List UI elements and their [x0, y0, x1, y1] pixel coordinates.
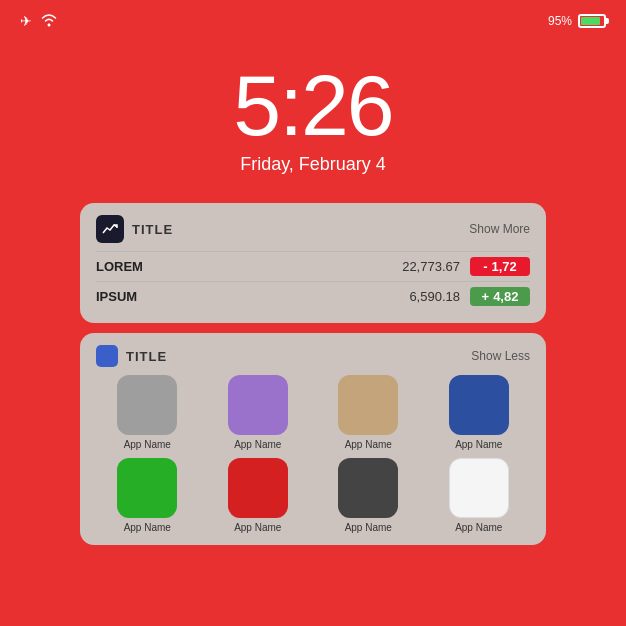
finance-widget: TITLE Show More LOREM 22,773.67 - 1,72 I…	[80, 203, 546, 323]
battery-percent: 95%	[548, 14, 572, 28]
finance-row-ipsum: IPSUM 6,590.18 + 4,82	[96, 281, 530, 311]
app-icon-7	[338, 458, 398, 518]
list-item[interactable]: App Name	[428, 458, 531, 533]
list-item[interactable]: App Name	[317, 375, 420, 450]
app-name-8: App Name	[455, 522, 502, 533]
change-value-2: 4,82	[493, 289, 518, 304]
app-icon-6	[228, 458, 288, 518]
app-icon-8	[449, 458, 509, 518]
finance-widget-title: TITLE	[132, 222, 173, 237]
clock-date: Friday, February 4	[0, 154, 626, 175]
status-bar: ✈ 95%	[0, 0, 626, 32]
change-value-1: 1,72	[492, 259, 517, 274]
apps-widget-header: TITLE Show Less	[96, 345, 530, 367]
apps-title-left: TITLE	[96, 345, 167, 367]
app-icon-3	[338, 375, 398, 435]
app-name-7: App Name	[345, 522, 392, 533]
apps-widget: TITLE Show Less App Name App Name App Na…	[80, 333, 546, 545]
finance-show-more[interactable]: Show More	[469, 222, 530, 236]
list-item[interactable]: App Name	[428, 375, 531, 450]
change-sign-1: -	[483, 259, 487, 274]
app-icon-1	[117, 375, 177, 435]
app-name-6: App Name	[234, 522, 281, 533]
airplane-icon: ✈	[20, 13, 32, 29]
apps-show-less[interactable]: Show Less	[471, 349, 530, 363]
wifi-icon	[40, 13, 58, 30]
finance-widget-header: TITLE Show More	[96, 215, 530, 243]
status-right: 95%	[548, 14, 606, 28]
list-item[interactable]: App Name	[96, 458, 199, 533]
finance-label-2: IPSUM	[96, 289, 137, 304]
app-name-2: App Name	[234, 439, 281, 450]
list-item[interactable]: App Name	[96, 375, 199, 450]
app-icon-4	[449, 375, 509, 435]
change-sign-2: +	[482, 289, 490, 304]
app-name-4: App Name	[455, 439, 502, 450]
clock-area: 5:26 Friday, February 4	[0, 32, 626, 175]
list-item[interactable]: App Name	[207, 458, 310, 533]
apps-grid: App Name App Name App Name App Name App …	[96, 375, 530, 533]
finance-value-1: 22,773.67	[402, 259, 460, 274]
finance-row-lorem: LOREM 22,773.67 - 1,72	[96, 251, 530, 281]
battery-fill	[581, 17, 600, 25]
apps-widget-title: TITLE	[126, 349, 167, 364]
finance-icon	[96, 215, 124, 243]
apps-widget-icon	[96, 345, 118, 367]
app-name-3: App Name	[345, 439, 392, 450]
list-item[interactable]: App Name	[317, 458, 420, 533]
clock-time: 5:26	[0, 62, 626, 148]
finance-change-1: - 1,72	[470, 257, 530, 276]
widgets-area: TITLE Show More LOREM 22,773.67 - 1,72 I…	[0, 203, 626, 545]
finance-value-2: 6,590.18	[409, 289, 460, 304]
status-left: ✈	[20, 13, 58, 30]
finance-change-2: + 4,82	[470, 287, 530, 306]
app-icon-2	[228, 375, 288, 435]
app-name-5: App Name	[124, 522, 171, 533]
finance-label-1: LOREM	[96, 259, 143, 274]
list-item[interactable]: App Name	[207, 375, 310, 450]
app-name-1: App Name	[124, 439, 171, 450]
battery-icon	[578, 14, 606, 28]
app-icon-5	[117, 458, 177, 518]
finance-title-left: TITLE	[96, 215, 173, 243]
